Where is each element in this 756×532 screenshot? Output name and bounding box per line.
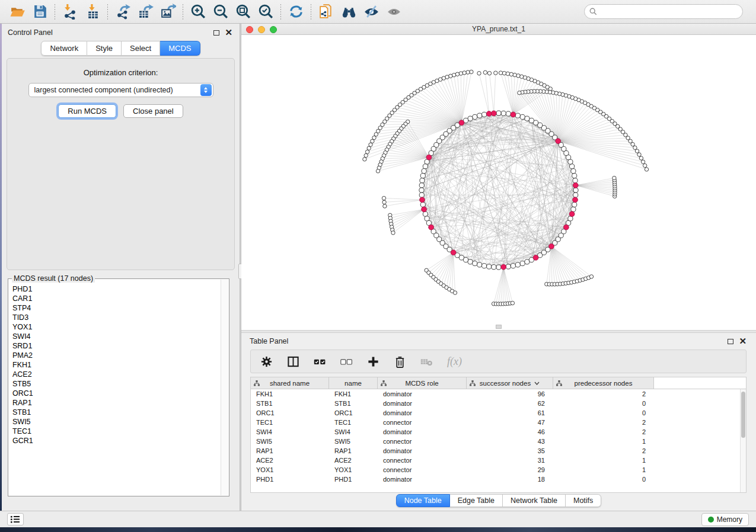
export-network-button[interactable] xyxy=(111,2,134,21)
open-file-button[interactable] xyxy=(6,2,28,21)
export-image-button[interactable] xyxy=(157,2,179,21)
status-bar: Memory xyxy=(0,511,756,527)
network-search-input[interactable] xyxy=(584,4,743,19)
table-row[interactable]: FKH1FKH1dominator962 xyxy=(251,389,740,399)
table-row[interactable]: YOX1YOX1connector291 xyxy=(251,465,740,475)
mcds-result-item[interactable]: YOX1 xyxy=(9,322,221,332)
table-panel-title: Table Panel xyxy=(250,337,288,345)
column-settings-button[interactable] xyxy=(260,355,273,368)
table-cell: PHD1 xyxy=(329,475,378,484)
window-minimize-icon[interactable] xyxy=(258,26,265,33)
table-row[interactable]: ACE2ACE2connector311 xyxy=(251,456,740,465)
find-network-button[interactable] xyxy=(337,2,360,21)
close-panel-button[interactable]: Close panel xyxy=(123,104,183,118)
search-text-field[interactable] xyxy=(600,8,738,16)
delete-column-button[interactable] xyxy=(394,355,406,368)
tab-node-table[interactable]: Node Table xyxy=(396,494,450,507)
table-row[interactable]: SWI5SWI5connector431 xyxy=(251,437,740,446)
add-column-button[interactable] xyxy=(367,355,379,368)
zoom-out-button[interactable] xyxy=(209,2,232,21)
table-cell: 2 xyxy=(553,446,654,456)
mcds-result-item[interactable]: SWI4 xyxy=(9,332,221,341)
fit-content-icon xyxy=(235,4,251,20)
mcds-result-item[interactable]: STP4 xyxy=(9,303,221,313)
network-canvas[interactable] xyxy=(241,35,756,330)
mcds-result-item[interactable]: FKH1 xyxy=(9,360,221,370)
mcds-result-item[interactable]: SWI5 xyxy=(9,417,221,427)
window-close-icon[interactable] xyxy=(246,26,253,33)
optimization-criterion-select[interactable]: largest connected component (undirected) xyxy=(28,83,213,97)
close-table-panel-icon[interactable]: ✕ xyxy=(739,338,747,344)
zoom-selected-icon xyxy=(258,4,274,20)
memory-label: Memory xyxy=(717,515,742,524)
table-row[interactable]: STB1STB1dominator620 xyxy=(251,399,740,408)
mcds-result-item[interactable]: PHD1 xyxy=(9,284,221,294)
canvas-splitter-handle[interactable] xyxy=(496,325,502,329)
mcds-result-scrollbar[interactable] xyxy=(221,280,228,495)
table-row[interactable]: SWI4SWI4dominator462 xyxy=(251,427,740,437)
zoom-selected-button[interactable] xyxy=(254,2,277,21)
tab-network-table[interactable]: Network Table xyxy=(503,494,566,507)
zoom-in-button[interactable] xyxy=(187,2,209,21)
table-cell: 1 xyxy=(553,456,654,465)
mcds-result-item[interactable]: TEC1 xyxy=(9,427,221,436)
float-table-panel-icon[interactable] xyxy=(728,339,733,344)
column-header-predecessor-nodes[interactable]: predecessor nodes xyxy=(553,377,654,389)
share-network-button[interactable] xyxy=(315,2,337,21)
delete-table-button[interactable] xyxy=(420,355,433,368)
tab-network[interactable]: Network xyxy=(41,41,87,56)
mcds-result-item[interactable]: RAP1 xyxy=(9,398,221,408)
network-window-titlebar[interactable]: YPA_prune.txt_1 xyxy=(241,24,756,35)
node-table: shared namenameMCDS rolesuccessor nodesp… xyxy=(250,377,747,493)
tab-style[interactable]: Style xyxy=(87,41,122,56)
mcds-result-item[interactable]: PMA2 xyxy=(9,351,221,360)
column-header-shared-name[interactable]: shared name xyxy=(251,377,329,389)
fit-content-button[interactable] xyxy=(232,2,254,21)
export-table-button[interactable] xyxy=(134,2,157,21)
import-network-icon xyxy=(62,4,78,20)
mcds-result-item[interactable]: GCR1 xyxy=(9,436,221,446)
table-row[interactable]: PHD1PHD1dominator180 xyxy=(251,475,740,484)
mcds-result-item[interactable]: CAR1 xyxy=(9,294,221,303)
optimization-criterion-label: Optimization criterion: xyxy=(7,68,234,77)
tab-mcds[interactable]: MCDS xyxy=(160,41,200,56)
hide-unselected-button[interactable] xyxy=(360,2,382,21)
tab-motifs[interactable]: Motifs xyxy=(566,494,601,507)
mcds-result-item[interactable]: STB1 xyxy=(9,408,221,417)
save-session-button[interactable] xyxy=(28,2,51,21)
table-row[interactable]: TEC1TEC1connector472 xyxy=(251,418,740,427)
memory-button[interactable]: Memory xyxy=(701,513,749,526)
mcds-result-item[interactable]: ORC1 xyxy=(9,389,221,398)
import-table-button[interactable] xyxy=(81,2,104,21)
mcds-result-item[interactable]: ACE2 xyxy=(9,370,221,379)
mcds-result-item[interactable]: SRD1 xyxy=(9,341,221,351)
deselect-all-rows-button[interactable] xyxy=(340,355,353,368)
column-header-MCDS-role[interactable]: MCDS role xyxy=(378,377,467,389)
table-body: FKH1FKH1dominator962STB1STB1dominator620… xyxy=(251,389,740,492)
import-network-button[interactable] xyxy=(59,2,81,21)
table-cell: YOX1 xyxy=(329,465,378,475)
tab-select[interactable]: Select xyxy=(122,41,160,56)
tab-edge-table[interactable]: Edge Table xyxy=(450,494,503,507)
table-tabs: Node TableEdge TableNetwork TableMotifs xyxy=(396,494,602,507)
show-column-pane-button[interactable] xyxy=(287,355,299,368)
table-scrollbar-thumb[interactable] xyxy=(741,392,745,438)
refresh-view-button[interactable] xyxy=(285,2,307,21)
table-cell: 61 xyxy=(467,408,553,418)
window-maximize-icon[interactable] xyxy=(270,26,277,33)
show-panels-button[interactable] xyxy=(7,513,24,525)
close-panel-icon[interactable]: ✕ xyxy=(225,30,232,36)
mcds-result-item[interactable]: TID3 xyxy=(9,313,221,322)
show-all-button[interactable] xyxy=(382,2,405,21)
table-scrollbar[interactable] xyxy=(740,389,746,492)
float-panel-icon[interactable] xyxy=(213,30,219,36)
run-mcds-button[interactable]: Run MCDS xyxy=(58,104,116,118)
table-cell: 2 xyxy=(553,389,654,399)
select-all-rows-button[interactable] xyxy=(314,355,326,368)
column-header-successor-nodes[interactable]: successor nodes xyxy=(467,377,553,389)
function-builder-button[interactable]: f(x) xyxy=(447,355,462,368)
table-row[interactable]: ORC1ORC1dominator610 xyxy=(251,408,740,418)
table-row[interactable]: RAP1RAP1dominator352 xyxy=(251,446,740,456)
mcds-result-item[interactable]: STB5 xyxy=(9,379,221,389)
column-header-name[interactable]: name xyxy=(329,377,378,389)
